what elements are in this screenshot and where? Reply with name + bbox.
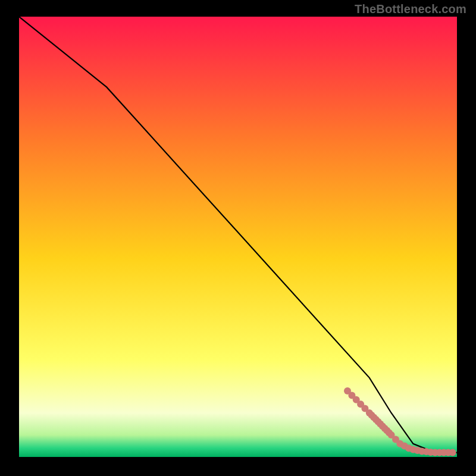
watermark-label: TheBottleneck.com: [355, 2, 466, 16]
chart-root: TheBottleneck.com: [0, 0, 476, 476]
data-point: [449, 449, 456, 456]
plot-svg: [19, 17, 457, 457]
plot-area: [19, 17, 457, 457]
gradient-background: [19, 17, 457, 457]
